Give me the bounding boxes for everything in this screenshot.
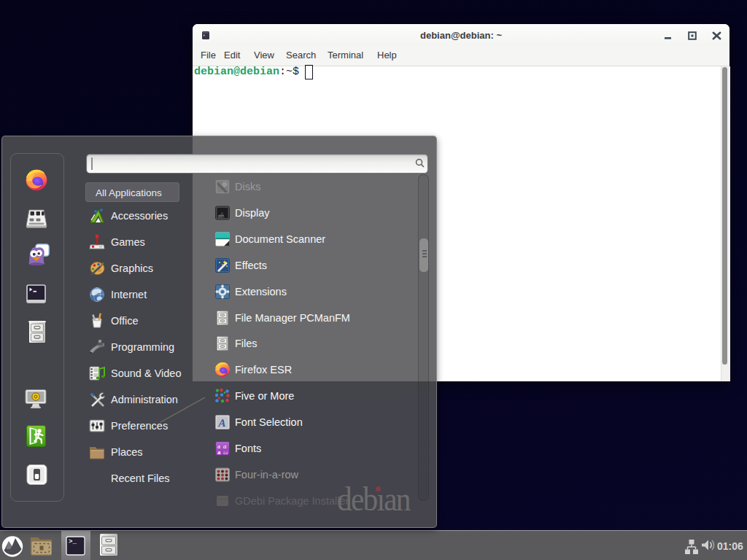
svg-text:>_: >_: [69, 538, 77, 545]
svg-text:01:06: 01:06: [717, 540, 743, 552]
